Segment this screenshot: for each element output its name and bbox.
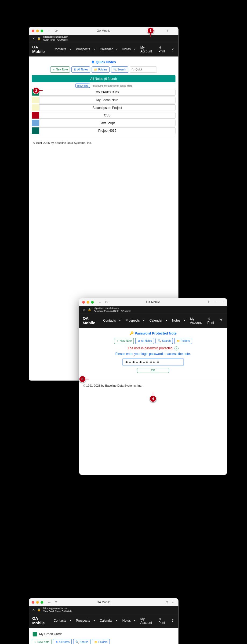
help-icon[interactable]: ? <box>175 346 179 350</box>
reload-icon[interactable]: ⟳ <box>55 600 57 604</box>
new-note-button[interactable]: ＋ New Note <box>114 337 134 344</box>
nav-prospects[interactable]: Prospects <box>74 618 92 624</box>
nav-contacts[interactable]: Contacts <box>52 47 68 52</box>
close-dot[interactable] <box>82 301 85 303</box>
nav-print[interactable]: 🖨 Print <box>206 316 217 325</box>
nav-account[interactable]: My Account <box>139 45 155 54</box>
note-row[interactable]: 🔒My Credit Cards <box>32 89 175 96</box>
color-chip <box>32 632 37 636</box>
brand[interactable]: OA Mobile <box>83 316 98 325</box>
more-icon[interactable]: ⋯ <box>172 600 175 604</box>
toolbar: ＋ New Note 🗎 All Notes 🔍 Search 📁 Folder… <box>32 639 175 644</box>
titlebar: ← ⟳ OA Mobile ⇪ ⋯ <box>29 27 179 35</box>
brand[interactable]: OA Mobile <box>32 45 48 54</box>
color-chip <box>32 97 39 103</box>
back-icon[interactable]: ← <box>98 300 102 304</box>
folders-button[interactable]: 📁 Folders <box>175 337 192 344</box>
caret-icon: ▼ <box>69 48 71 51</box>
tab-close-icon[interactable]: ✕ <box>83 308 85 312</box>
browser-nav: ←⟳ <box>48 600 58 604</box>
min-dot[interactable] <box>36 30 39 32</box>
password-input[interactable] <box>122 358 184 366</box>
titlebar: ←⟳ OA Mobile ⇪⋯ <box>29 598 179 606</box>
all-notes-button[interactable]: 🗎 All Notes <box>135 337 154 344</box>
search-button[interactable]: 🔍 Search <box>111 66 128 73</box>
nav-help[interactable]: ? <box>170 618 175 624</box>
max-dot[interactable] <box>91 301 94 303</box>
note-row[interactable]: My Bacon Note <box>32 97 175 103</box>
nav-calendar[interactable]: Calendar <box>98 47 114 52</box>
share-icon[interactable]: ⇪ <box>165 600 168 604</box>
nav-print[interactable]: 🖨 Print <box>157 616 169 625</box>
folders-button[interactable]: 📁 Folders <box>92 66 110 73</box>
brand[interactable]: OA Mobile <box>32 616 48 625</box>
max-dot[interactable] <box>41 30 43 32</box>
nav-prospects[interactable]: Prospects <box>124 318 141 323</box>
protected-message: The note is password protected.? <box>82 346 224 350</box>
back-icon[interactable]: ← <box>48 600 51 604</box>
nav-contacts[interactable]: Contacts <box>52 618 68 624</box>
note-label: My Credit Cards <box>39 89 175 96</box>
note-row[interactable]: JavaScript <box>32 120 175 126</box>
note-row[interactable]: Bacon Ipsum Project <box>32 104 175 111</box>
back-icon[interactable]: ← <box>48 29 51 33</box>
toolbar: ＋ New Note 🗎 All Notes 🔍 Search 📁 Folder… <box>82 337 224 344</box>
url-sub: Quick Notes - OA Mobile <box>43 38 68 41</box>
results-banner: All Notes (6 found) <box>32 75 175 82</box>
show-date-button[interactable]: show date <box>75 84 90 88</box>
nav-prospects[interactable]: Prospects <box>74 47 92 52</box>
all-notes-button[interactable]: 🗎 All Notes <box>53 639 72 644</box>
titlebar-right: ⇪⋯ <box>165 600 175 604</box>
close-dot[interactable] <box>32 30 34 32</box>
traffic-lights <box>32 30 43 32</box>
search-button[interactable]: 🔍 Search <box>156 337 173 344</box>
search-input[interactable] <box>130 66 157 73</box>
share-icon[interactable]: ⇪ <box>207 300 210 304</box>
lock-icon: 🔒 <box>37 609 41 612</box>
nav-notes[interactable]: Notes <box>121 618 132 624</box>
nav-help[interactable]: ? <box>170 47 175 52</box>
note-label: JavaScript <box>39 120 175 126</box>
min-dot[interactable] <box>36 601 39 604</box>
note-row[interactable]: Project 4015 <box>32 127 175 134</box>
nav-contacts[interactable]: Contacts <box>102 318 117 323</box>
all-notes-button[interactable]: 🗎 All Notes <box>71 66 90 73</box>
note-label: Bacon Ipsum Project <box>39 104 175 111</box>
note-label: CSS <box>39 112 175 119</box>
ok-button[interactable]: OK <box>137 368 169 373</box>
min-dot[interactable] <box>87 301 89 303</box>
toolbar: ＋ New Note 🗎 All Notes 📁 Folders 🔍 Searc… <box>32 66 175 73</box>
new-note-button[interactable]: ＋ New Note <box>32 639 52 644</box>
color-chip <box>32 120 39 126</box>
tab-close-icon[interactable]: ✕ <box>32 608 35 612</box>
max-dot[interactable] <box>41 601 43 604</box>
search-button[interactable]: 🔍 Search <box>73 639 90 644</box>
traffic-lights <box>82 301 94 303</box>
reload-icon[interactable]: ⟳ <box>105 300 108 304</box>
nav-notes[interactable]: Notes <box>171 318 182 323</box>
address-text: https://app.oamobile.com Quick Notes - O… <box>43 36 68 41</box>
close-dot[interactable] <box>32 601 34 604</box>
nav-calendar[interactable]: Calendar <box>148 318 164 323</box>
plus-icon[interactable]: ＋ <box>214 300 217 304</box>
note-row[interactable]: CSS <box>32 112 175 119</box>
more-icon[interactable]: ⋯ <box>221 300 224 304</box>
more-icon[interactable]: ⋯ <box>172 29 175 33</box>
nav-calendar[interactable]: Calendar <box>98 618 114 624</box>
content: 🔑Password Protected Note ＋ New Note 🗎 Al… <box>79 328 227 393</box>
new-note-button[interactable]: ＋ New Note <box>50 66 70 73</box>
nav-notes[interactable]: Notes <box>121 47 132 52</box>
reload-icon[interactable]: ⟳ <box>55 29 57 33</box>
browser-nav: ← ⟳ <box>48 29 58 33</box>
note-icon: 🗎 <box>91 60 95 64</box>
tab-close-icon[interactable]: ✕ <box>32 37 35 40</box>
nav-account[interactable]: My Account <box>139 616 155 625</box>
note-label: My Bacon Note <box>39 97 175 103</box>
titlebar-right: ⇪＋⋯ <box>207 300 224 304</box>
nav-account[interactable]: My Account <box>189 316 205 325</box>
nav-help[interactable]: ? <box>219 318 224 323</box>
folders-button[interactable]: 📁 Folders <box>92 639 110 644</box>
caret-icon: ▼ <box>93 48 95 51</box>
nav-print[interactable]: 🖨 Print <box>157 45 169 54</box>
share-icon[interactable]: ⇪ <box>165 29 168 33</box>
